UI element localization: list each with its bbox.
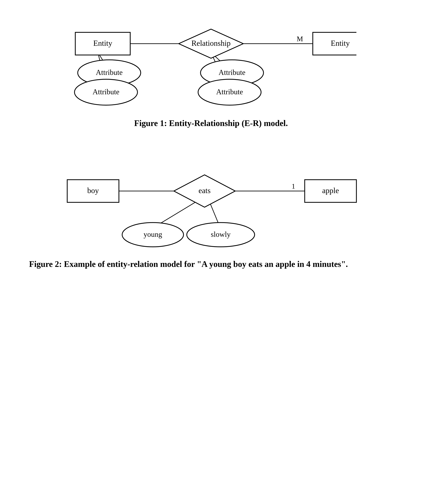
svg-text:Attribute: Attribute xyxy=(216,88,243,96)
svg-text:Attribute: Attribute xyxy=(96,68,123,77)
svg-text:boy: boy xyxy=(87,186,99,195)
figure2-caption: Figure 2: Example of entity-relation mod… xyxy=(19,259,403,269)
figure2-wrapper: 1 1 boy eats apple xyxy=(19,170,403,269)
figure2-diagram: 1 1 boy eats apple xyxy=(58,170,364,254)
svg-line-27 xyxy=(209,202,219,225)
svg-text:slowly: slowly xyxy=(211,230,231,238)
figure1-wrapper: N M Entity Relationship xyxy=(19,23,403,128)
svg-line-26 xyxy=(158,202,196,225)
svg-text:apple: apple xyxy=(322,186,339,195)
page-content: N M Entity Relationship xyxy=(19,13,403,269)
svg-text:Attribute: Attribute xyxy=(93,88,119,96)
figure1-diagram: N M Entity Relationship xyxy=(66,23,356,113)
svg-text:M: M xyxy=(297,35,303,43)
svg-text:Relationship: Relationship xyxy=(191,39,231,47)
svg-text:Entity: Entity xyxy=(93,39,112,47)
svg-text:eats: eats xyxy=(199,186,211,195)
svg-text:1: 1 xyxy=(292,182,295,190)
figure1-caption: Figure 1: Entity-Relationship (E-R) mode… xyxy=(134,118,288,128)
svg-text:young: young xyxy=(144,230,162,238)
svg-text:Attribute: Attribute xyxy=(219,68,246,77)
svg-text:Entity: Entity xyxy=(331,39,350,47)
